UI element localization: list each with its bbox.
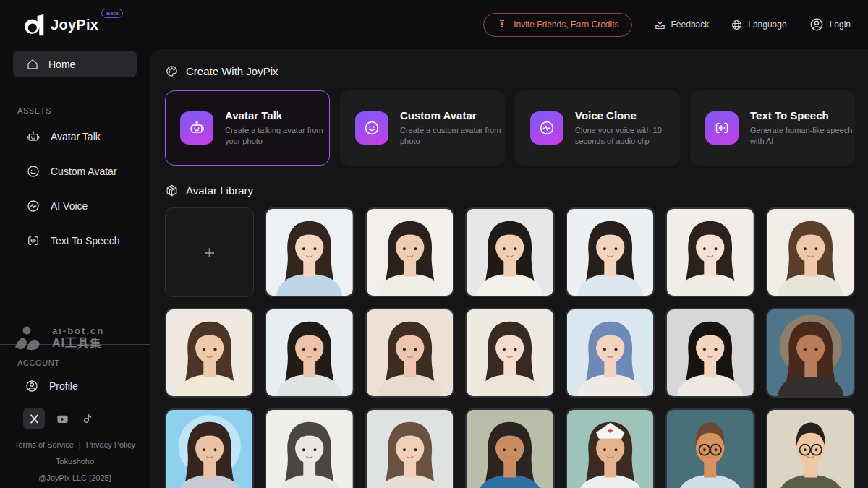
home-label: Home [48,59,75,70]
person-icon [25,379,39,393]
assets-nav: Avatar TalkCustom AvatarAI VoiceText To … [0,119,150,258]
sidebar-item-home[interactable]: Home [13,51,137,77]
card-description: Generate human-like speech with AI [750,125,854,147]
avatar-tile-5[interactable] [665,207,754,297]
library-heading-label: Avatar Library [186,184,253,197]
robot-icon [180,111,213,145]
card-text: Voice CloneClone your voice with 10 seco… [575,109,679,147]
social-youtube-icon[interactable] [56,412,69,426]
smiley-icon [26,164,41,179]
sidebar-item-ai-voice[interactable]: AI Voice [0,189,150,223]
login-button[interactable]: Login [809,17,851,33]
social-x-icon[interactable] [23,408,45,429]
legal-divider: | [79,440,81,449]
avatar-tile-9[interactable] [365,308,454,398]
card-title: Voice Clone [575,109,679,121]
assets-section-label: ASSETS [17,106,150,115]
sidebar-item-text-to-speech[interactable]: Text To Speech [0,223,150,258]
avatar-tile-16[interactable] [365,408,454,488]
sidebar-item-custom-avatar[interactable]: Custom Avatar [0,154,150,189]
card-title: Text To Speech [750,109,854,121]
tts-icon [705,111,739,145]
watermark: ai-bot.cn AI工具集 [0,317,150,353]
avatar-tile-12[interactable] [665,308,754,398]
login-label: Login [830,20,851,30]
create-heading-label: Create With JoyPix [186,65,278,77]
avatar-tile-6[interactable] [766,207,855,297]
avatar-tile-7[interactable] [165,308,254,398]
card-voice-clone[interactable]: Voice CloneClone your voice with 10 seco… [515,90,680,166]
terms-link[interactable]: Terms of Service [14,440,74,449]
home-icon [26,58,39,71]
tokushoho-link[interactable]: Tokushoho [0,457,150,466]
avatar-tile-17[interactable] [465,408,554,488]
avatar-tile-2[interactable] [365,207,454,297]
feedback-inbox-icon [654,19,666,31]
medal-icon [496,19,508,30]
card-avatar-talk[interactable]: Avatar TalkCreate a talking avatar from … [165,90,330,166]
card-text: Avatar TalkCreate a talking avatar from … [225,109,329,147]
avatar-grid: + [165,207,855,488]
card-custom-avatar[interactable]: Custom AvatarCreate a custom avatar from… [340,90,505,166]
account-section-label: ACCOUNT [17,359,150,367]
library-heading: Avatar Library [165,183,855,197]
create-heading: Create With JoyPix [165,64,855,78]
globe-icon [731,19,743,31]
copyright: @JoyPix LLC [2025] [0,474,150,482]
invite-friends-button[interactable]: Invite Friends, Earn Credits [483,13,631,37]
watermark-line2: AI工具集 [52,336,104,351]
avatar-tile-11[interactable] [566,308,655,398]
sidebar: JoyPix Beta Home ASSETS Avatar TalkCusto… [0,0,150,488]
brand-logo[interactable]: JoyPix Beta [0,0,150,38]
robot-icon [26,129,41,144]
card-text-to-speech[interactable]: Text To SpeechGenerate human-like speech… [690,90,855,166]
sidebar-item-profile[interactable]: Profile [0,370,150,402]
legal-links: Terms of Service | Privacy Policy [0,440,150,449]
avatar-tile-20[interactable] [766,408,855,488]
feedback-label: Feedback [671,20,710,30]
add-avatar-button[interactable]: + [165,207,254,297]
avatar-tile-8[interactable] [265,308,354,398]
smiley-icon [355,111,388,145]
avatar-tile-3[interactable] [465,207,554,297]
card-description: Clone your voice with 10 seconds of audi… [575,125,679,147]
avatar-tile-19[interactable] [665,408,754,488]
avatar-tile-18[interactable] [566,408,655,488]
card-description: Create a custom avatar from photo [400,125,504,147]
voice-icon [26,199,41,213]
ai-bot-logo-icon [14,326,46,351]
invite-label: Invite Friends, Earn Credits [514,20,618,30]
joypix-logo-icon [25,14,44,36]
language-label: Language [748,20,786,30]
feedback-button[interactable]: Feedback [654,19,710,31]
voice-icon [530,111,563,145]
main-panel: Create With JoyPix Avatar TalkCreate a t… [150,49,868,488]
card-text: Text To SpeechGenerate human-like speech… [750,109,854,147]
avatar-tile-15[interactable] [265,408,354,488]
nav-item-label: AI Voice [51,200,88,212]
card-description: Create a talking avatar from your photo [225,125,329,147]
plus-icon: + [204,241,215,264]
privacy-link[interactable]: Privacy Policy [86,440,135,449]
beta-badge: Beta [101,9,123,18]
sidebar-bottom: ai-bot.cn AI工具集 ACCOUNT Profile Terms of… [0,317,150,488]
main-column: Invite Friends, Earn Credits Feedback La… [150,0,868,488]
avatar-tile-1[interactable] [265,207,354,297]
app-root: JoyPix Beta Home ASSETS Avatar TalkCusto… [0,0,868,488]
palette-icon [165,64,179,78]
nav-item-label: Custom Avatar [51,166,117,177]
watermark-line1: ai-bot.cn [52,325,104,336]
avatar-tile-13[interactable] [766,308,855,398]
topbar: Invite Friends, Earn Credits Feedback La… [150,0,868,49]
feature-cards: Avatar TalkCreate a talking avatar from … [165,90,855,166]
social-tiktok-icon[interactable] [80,412,94,426]
avatar-tile-10[interactable] [465,308,554,398]
card-text: Custom AvatarCreate a custom avatar from… [400,109,504,147]
social-links [0,408,150,429]
avatar-tile-4[interactable] [566,207,655,297]
language-button[interactable]: Language [731,19,786,31]
nav-item-label: Text To Speech [51,235,119,247]
card-title: Avatar Talk [225,109,329,121]
sidebar-item-avatar-talk[interactable]: Avatar Talk [0,119,150,154]
avatar-tile-14[interactable] [165,408,254,488]
